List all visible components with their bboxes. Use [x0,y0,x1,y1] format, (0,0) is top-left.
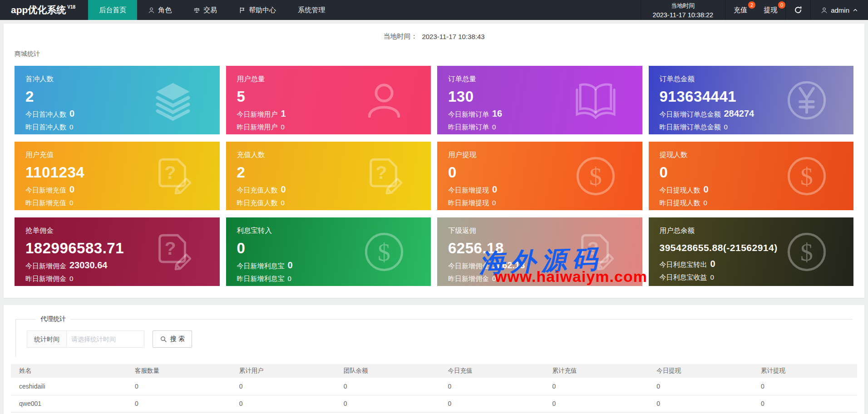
table-cell: 0 [753,395,857,412]
search-label: 搜 索 [170,335,185,343]
card-line1-label: 今日新增利息宝 [237,262,285,270]
chevron-up-icon [853,7,858,13]
card-line2-value: 0 [69,123,73,131]
dollar-circle-icon [785,231,828,273]
recharge-button[interactable]: 充值 2 [725,0,755,20]
agent-table: 姓名客服数量累计用户团队余额今日充值累计充值今日提现累计提现 ceshidail… [11,364,857,413]
withdraw-button[interactable]: 提现 0 [755,0,785,20]
stat-card: 用户总量 5 今日新增用户1 昨日新增用户0 [226,66,431,134]
section-title-agent: 代理统计 [36,315,70,323]
book-icon [574,79,617,122]
refresh-button[interactable] [785,0,811,20]
refresh-icon [794,6,802,14]
card-line2-label: 昨日提现人数 [660,199,700,207]
app-logo: app优化系统V18 [0,0,88,20]
card-line1-label: 今日新增用户 [237,110,278,118]
column-header: 今日提现 [648,364,753,378]
card-line1-value: 23030.64 [69,260,107,270]
menu-item-roles[interactable]: 角色 [137,0,182,20]
card-line2-value: 0 [281,199,285,207]
column-header: 今日充值 [440,364,544,378]
search-button[interactable]: 搜 索 [153,330,192,348]
stat-card: 订单总量 130 今日新增订单16 昨日新增订单0 [437,66,642,134]
stat-time-input[interactable] [66,330,144,348]
menu-item-dashboard[interactable]: 后台首页 [88,0,137,20]
card-line2-value: 0 [69,199,73,207]
table-cell: 0 [648,395,753,412]
page-local-time: 当地时间： 2023-11-17 10:38:43 [15,32,853,41]
main-menu: 后台首页 角色 交易 帮助中心 系统管理 [88,0,336,20]
user-menu[interactable]: admin [811,0,868,20]
menu-label: 后台首页 [99,6,126,15]
table-cell: 0 [544,378,648,395]
card-line2-value: 0 [710,273,714,281]
withdraw-badge: 0 [778,1,785,9]
card-line1-label: 今日新增订单 [448,110,489,118]
card-line1-label: 今日利息宝转出 [660,261,707,268]
recharge-label: 充值 [734,6,747,15]
table-cell: 0 [440,378,544,395]
card-line2-label: 昨日新增利息宝 [237,275,285,282]
stat-card: 利息宝转入 0 今日新增利息宝0 昨日新增利息宝0 [226,217,431,286]
table-cell: 0 [753,378,857,395]
card-line1-value: 1062.13 [492,260,525,270]
page-time-label: 当地时间： [383,32,417,41]
doc-question-icon [363,155,405,197]
table-row: ceshidaili0000000 [11,378,857,395]
card-line2-value: 0 [492,275,496,282]
stat-card: 下级返佣 6256.18 今日新增佣金1062.13 昨日新增佣金0 [437,217,642,286]
menu-label: 角色 [158,6,172,15]
column-header: 姓名 [11,364,127,378]
stat-card: 抢单佣金 182996583.71 今日新增佣金23030.64 昨日新增佣金0 [15,217,220,286]
table-header-row: 姓名客服数量累计用户团队余额今日充值累计充值今日提现累计提现 [11,364,857,378]
agent-fieldset: 代理统计 统计时间 搜 索 [15,315,853,357]
doc-question-icon [152,231,194,273]
card-line1-label: 今日充值人数 [237,186,278,194]
card-line1-value: 0 [69,108,74,118]
card-line2-label: 今日利息宝收益 [660,273,707,281]
table-cell: 0 [544,395,648,412]
card-line1-value: 0 [492,184,497,194]
column-header: 累计用户 [231,364,335,378]
card-line1-label: 今日新增佣金 [448,262,489,270]
person-icon [148,7,155,14]
menu-item-trade[interactable]: 交易 [182,0,228,20]
section-title-mall: 商城统计 [15,50,853,59]
card-line1-value: 284274 [724,108,755,118]
recharge-badge: 2 [748,1,755,9]
agent-filter-form: 统计时间 搜 索 [27,330,853,348]
mall-stats-panel: 当地时间： 2023-11-17 10:38:43 商城统计 首冲人数 2 今日… [4,24,864,298]
menu-item-help-center[interactable]: 帮助中心 [228,0,287,20]
navbar: app优化系统V18 后台首页 角色 交易 帮助中心 系统管理 当地时间 202… [0,0,868,20]
username: admin [831,6,849,14]
table-row: qwe0010000000 [11,395,857,412]
card-line2-value: 0 [724,123,728,131]
dollar-circle-icon [363,231,405,273]
stat-card: 提现人数 0 今日提现人数0 昨日提现人数0 [649,142,854,210]
layers-icon [152,79,194,122]
card-line1-label: 今日新增提现 [448,186,489,194]
card-line1-value: 0 [710,259,715,269]
card-line2-label: 昨日新增用户 [237,123,278,131]
card-line2-value: 0 [492,123,496,131]
stat-card: 充值人数 2 今日充值人数0 昨日充值人数0 [226,142,431,210]
column-header: 客服数量 [127,364,231,378]
card-line1-value: 0 [69,184,74,194]
card-line1-label: 今日提现人数 [660,186,700,194]
card-line2-label: 昨日首冲人数 [25,123,66,131]
stat-card: 用户充值 1101234 今日新增充值0 昨日新增充值0 [15,142,220,210]
table-cell: 0 [440,395,544,412]
scales-icon [193,7,200,14]
local-time-value: 2023-11-17 10:38:22 [653,11,714,19]
card-line1-label: 今日新增订单总金额 [660,110,721,118]
menu-label: 帮助中心 [249,6,276,15]
dollar-circle-icon [574,155,617,197]
stat-card: 订单总金额 913634441 今日新增订单总金额284274 昨日新增订单总金… [649,66,854,134]
card-line2-value: 0 [492,199,496,207]
person-icon [821,7,828,14]
card-line1-value: 0 [281,184,286,194]
card-line2-label: 昨日新增订单 [448,123,489,131]
app-version: V18 [67,5,75,10]
stats-grid: 首冲人数 2 今日首冲人数0 昨日首冲人数0 用户总量 5 今日新增用户1 昨日… [15,66,853,286]
menu-item-system[interactable]: 系统管理 [287,0,336,20]
